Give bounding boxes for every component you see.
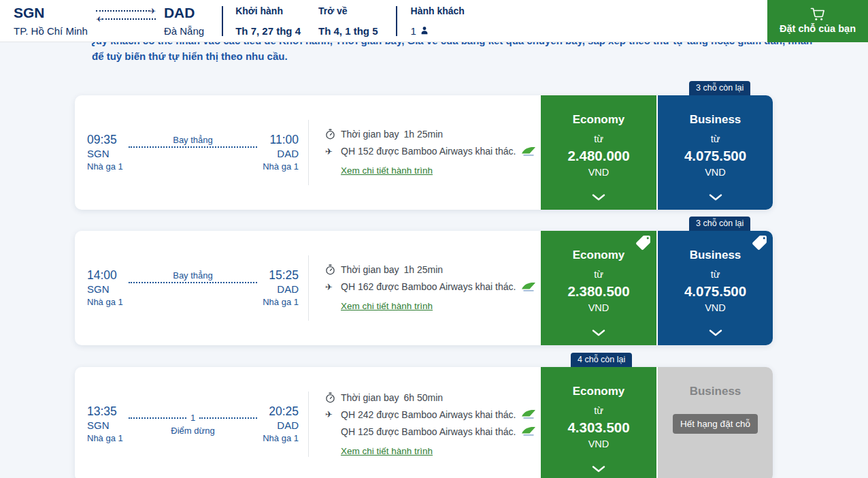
cart-icon (810, 7, 825, 21)
stopwatch-icon (325, 264, 336, 275)
seats-left-badge: 4 chỗ còn lại (571, 353, 632, 367)
route-connector: Bay thẳng (123, 268, 263, 308)
header-divider (222, 6, 223, 36)
route-section: 14:00 SGN Nhà ga 1 Bay thẳng 15:25 DAD N… (75, 231, 308, 345)
notice-clipped-line: Quý khách có thể nhấn vào các tiêu đề Kh… (92, 42, 813, 48)
depart-date-label: Khởi hành (235, 5, 301, 16)
arrival-terminal: Nhà ga 1 (263, 296, 299, 308)
origin-code: SGN (14, 5, 88, 21)
flight-card-2: 3 chỗ còn lại 14:00 SGN Nhà ga 1 Bay thẳ… (75, 231, 773, 345)
economy-price: 2.480.000 (541, 148, 656, 164)
your-booking-cart-button[interactable]: Đặt chỗ của bạn (767, 0, 868, 42)
from-label: từ (658, 133, 773, 144)
departure-info: 14:00 SGN Nhà ga 1 (87, 268, 123, 308)
departure-terminal: Nhà ga 1 (87, 296, 123, 308)
departure-terminal: Nhà ga 1 (87, 161, 123, 173)
sold-out-badge: Hết hạng đặt chỗ (673, 414, 758, 434)
business-price: 4.075.500 (658, 283, 773, 300)
seats-left-badge: 3 chỗ còn lại (689, 217, 750, 231)
passengers-field[interactable]: Hành khách 1 (411, 5, 465, 37)
return-date-field[interactable]: Trở về Th 4, 1 thg 5 (318, 5, 378, 37)
segment-text: QH 125 được Bamboo Airways khai thác. (341, 426, 516, 437)
currency-label: VND (658, 167, 773, 178)
view-itinerary-link[interactable]: Xem chi tiết hành trình (341, 165, 433, 176)
departure-airport: SGN (87, 419, 123, 432)
flight-card-3: 4 chỗ còn lại 13:35 SGN Nhà ga 1 1 Điểm … (75, 367, 773, 478)
business-label: Business (658, 113, 773, 127)
arrival-terminal: Nhà ga 1 (263, 161, 299, 173)
duration-row: Thời gian bay 1h 25min (325, 264, 541, 275)
flight-card-1: 3 chỗ còn lại 09:35 SGN Nhà ga 1 Bay thẳ… (75, 95, 773, 210)
plane-icon: ✈ (325, 147, 336, 156)
itinerary-link-row: Xem chi tiết hành trình (341, 445, 541, 457)
duration-value: 6h 50min (403, 392, 443, 403)
bamboo-airways-logo (521, 409, 536, 419)
currency-label: VND (658, 302, 773, 313)
arrival-time: 11:00 (263, 132, 299, 147)
passengers-count: 1 (411, 25, 416, 37)
route-summary: SGN TP. Hồ Chí Minh ✈ ✈ DAD Đà Nẵng (14, 5, 204, 37)
route-dotted-line (129, 146, 257, 148)
route-dotted-line (129, 282, 257, 283)
duration-value: 1h 25min (403, 264, 443, 275)
segment-row: ✈ QH 162 được Bamboo Airways khai thác. (325, 281, 541, 292)
route-dotted-line (199, 417, 257, 419)
header-divider (396, 6, 397, 36)
plane-right-icon: ✈ (150, 7, 156, 14)
from-label: từ (658, 269, 773, 280)
arrival-airport: DAD (263, 147, 299, 161)
view-itinerary-link[interactable]: Xem chi tiết hành trình (341, 446, 433, 456)
promo-tag-icon (751, 234, 768, 254)
sorting-notice: Quý khách có thể nhấn vào các tiêu đề Kh… (92, 42, 813, 63)
arrival-terminal: Nhà ga 1 (263, 432, 299, 445)
stop-count: 1 (186, 413, 199, 423)
direct-flight-label: Bay thẳng (129, 134, 257, 146)
arrival-airport: DAD (263, 419, 299, 432)
chevron-down-icon[interactable] (709, 191, 722, 204)
itinerary-link-row: Xem chi tiết hành trình (341, 164, 541, 176)
cart-button-label: Đặt chỗ của bạn (780, 23, 856, 34)
plane-left-icon: ✈ (96, 16, 102, 22)
economy-label: Economy (541, 385, 656, 398)
from-label: từ (541, 405, 656, 416)
arrival-time: 15:25 (263, 268, 299, 283)
flight-details-section: Thời gian bay 6h 50min ✈ QH 242 được Bam… (309, 367, 541, 478)
chevron-down-icon[interactable] (709, 327, 722, 339)
route-dotted-line (129, 417, 186, 419)
origin-block: SGN TP. Hồ Chí Minh (14, 5, 88, 37)
chevron-down-icon[interactable] (592, 327, 605, 339)
duration-value: 1h 25min (403, 129, 443, 140)
currency-label: VND (541, 439, 656, 449)
return-date-value: Th 4, 1 thg 5 (318, 25, 378, 37)
search-summary-header: SGN TP. Hồ Chí Minh ✈ ✈ DAD Đà Nẵng Khởi (0, 0, 868, 42)
business-fare-panel[interactable]: Business từ 4.075.500 VND (656, 231, 773, 345)
route-section: 13:35 SGN Nhà ga 1 1 Điểm dừng 20:25 DAD… (75, 367, 308, 478)
economy-price: 2.380.500 (541, 283, 656, 300)
duration-label: Thời gian bay (341, 392, 399, 403)
duration-row: Thời gian bay 6h 50min (325, 392, 541, 403)
depart-date-field[interactable]: Khởi hành Th 7, 27 thg 4 (235, 5, 301, 37)
chevron-down-icon[interactable] (592, 191, 605, 204)
route-section: 09:35 SGN Nhà ga 1 Bay thẳng 11:00 DAD N… (75, 95, 308, 210)
flight-results-page: SGN TP. Hồ Chí Minh ✈ ✈ DAD Đà Nẵng Khởi (0, 0, 868, 478)
business-fare-panel[interactable]: Business từ 4.075.500 VND (656, 95, 773, 210)
economy-fare-panel[interactable]: Economy từ 2.480.000 VND (541, 95, 656, 210)
destination-city: Đà Nẵng (164, 25, 204, 37)
chevron-down-icon[interactable] (592, 463, 605, 475)
segment-text: QH 162 được Bamboo Airways khai thác. (341, 281, 516, 292)
segment-text: QH 242 được Bamboo Airways khai thác. (341, 409, 516, 420)
promo-tag-icon (635, 234, 652, 254)
business-price: 4.075.500 (658, 148, 773, 164)
itinerary-link-row: Xem chi tiết hành trình (341, 300, 541, 312)
economy-fare-panel[interactable]: Economy từ 2.380.500 VND (541, 231, 656, 345)
economy-fare-panel[interactable]: Economy từ 4.303.500 VND (541, 367, 656, 478)
depart-date-value: Th 7, 27 thg 4 (235, 25, 301, 37)
departure-time: 13:35 (87, 404, 123, 419)
view-itinerary-link[interactable]: Xem chi tiết hành trình (341, 301, 433, 311)
bamboo-airways-logo (521, 426, 536, 436)
bamboo-airways-logo (521, 146, 536, 157)
stopwatch-icon (325, 392, 336, 403)
origin-city: TP. Hồ Chí Minh (14, 25, 88, 37)
business-label: Business (658, 385, 773, 398)
duration-row: Thời gian bay 1h 25min (325, 129, 541, 140)
